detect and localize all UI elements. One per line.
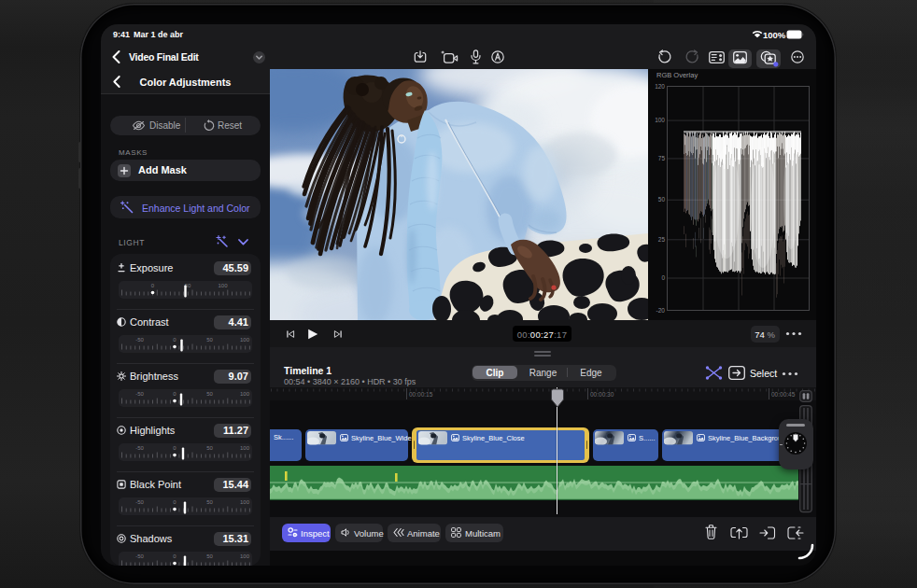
svg-text:00:00:15: 00:00:15 <box>409 391 433 398</box>
svg-text:0: 0 <box>173 499 176 505</box>
svg-text:0: 0 <box>173 553 176 559</box>
svg-text:100: 100 <box>239 337 249 343</box>
svg-text:50: 50 <box>206 553 213 559</box>
svg-text:-20: -20 <box>656 307 666 314</box>
svg-text:100: 100 <box>218 283 228 288</box>
svg-text:120: 120 <box>655 83 665 90</box>
svg-text:50: 50 <box>206 499 213 505</box>
svg-text:25: 25 <box>658 236 666 243</box>
svg-text:50: 50 <box>206 391 213 397</box>
svg-text:-50: -50 <box>135 445 144 451</box>
svg-text:50: 50 <box>658 196 666 203</box>
svg-text:50: 50 <box>206 337 213 343</box>
svg-text:100: 100 <box>239 553 249 559</box>
svg-text:0: 0 <box>173 445 176 451</box>
svg-text:100: 100 <box>239 445 249 451</box>
svg-text:-50: -50 <box>135 391 144 397</box>
svg-text:75: 75 <box>658 155 666 161</box>
svg-text:00:00:30: 00:00:30 <box>590 391 614 398</box>
svg-text:-50: -50 <box>135 499 144 505</box>
svg-text:0: 0 <box>173 391 176 397</box>
svg-text:100: 100 <box>655 117 665 123</box>
svg-text:-50: -50 <box>135 337 144 343</box>
svg-text:-50: -50 <box>135 553 144 559</box>
svg-text:00:00:45: 00:00:45 <box>771 391 796 398</box>
svg-text:50: 50 <box>206 445 213 451</box>
svg-text:100: 100 <box>239 391 249 397</box>
svg-text:0: 0 <box>661 274 665 281</box>
svg-text:100: 100 <box>239 499 249 505</box>
svg-text:0: 0 <box>173 337 176 343</box>
svg-text:0: 0 <box>150 283 154 288</box>
